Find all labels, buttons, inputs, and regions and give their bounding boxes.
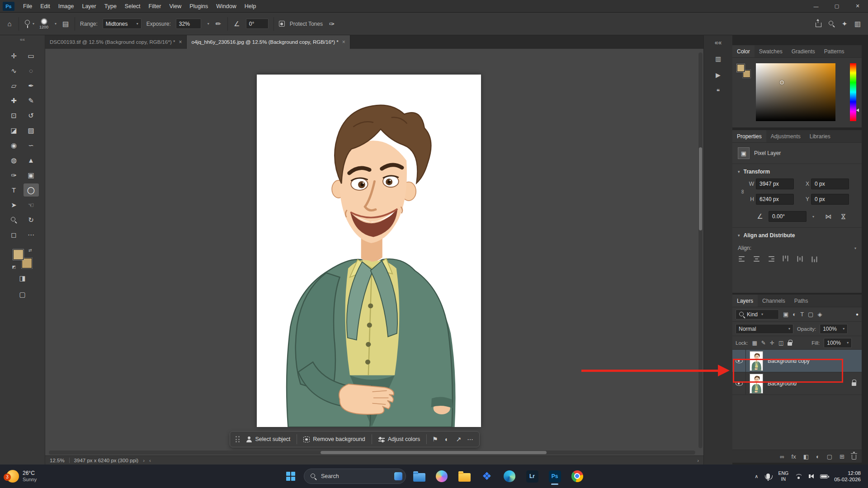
status-next-icon[interactable]: › <box>143 458 145 463</box>
type-tool[interactable]: T <box>6 183 22 197</box>
horizontal-scrollbar[interactable] <box>49 450 695 455</box>
more-options-icon[interactable]: ⋯ <box>467 436 474 443</box>
gradient-tool[interactable]: ▨ <box>24 124 39 137</box>
menu-layer[interactable]: Layer <box>78 0 100 13</box>
align-bottom-icon[interactable] <box>811 256 818 263</box>
pressure-icon[interactable]: ✑ <box>328 20 336 28</box>
align-right-icon[interactable] <box>768 256 774 262</box>
comments-panel-icon[interactable]: ❝ <box>717 88 720 95</box>
layer-thumbnail[interactable] <box>750 374 763 394</box>
adjust-colors-button[interactable]: Adjust colors <box>377 431 422 447</box>
document-tab-active[interactable]: o4jq_hh6y_230516.jpg @ 12.5% (Background… <box>187 35 350 49</box>
current-tool-preset[interactable]: ▾ <box>24 20 34 28</box>
canvas-area[interactable]: Select subject Remove background Adjust … <box>45 49 703 455</box>
taskbar-copilot[interactable] <box>432 467 451 486</box>
taskbar-folder[interactable] <box>455 467 474 486</box>
blend-mode-select[interactable]: Normal ▾ <box>736 324 793 334</box>
zoom-level[interactable]: 12.5% <box>50 458 65 463</box>
layer-effects-icon[interactable]: fx <box>792 453 796 460</box>
language-switcher[interactable]: ENG IN <box>778 470 788 482</box>
adjustment-action-icon[interactable]: ◐ <box>443 436 450 443</box>
tab-gradients[interactable]: Gradients <box>787 45 820 57</box>
volume-icon[interactable] <box>808 474 814 479</box>
new-layer-icon[interactable]: ⊞ <box>840 453 844 460</box>
layer-name[interactable]: Background <box>768 380 797 387</box>
crop-tool[interactable]: ▱ <box>6 79 22 92</box>
chevron-down-icon[interactable]: ▾ <box>208 22 209 26</box>
document-artboard[interactable] <box>257 75 481 427</box>
more-tools-button[interactable]: ⋯ <box>24 228 39 241</box>
close-tab-icon[interactable]: × <box>342 39 345 45</box>
layer-row-background[interactable]: Background <box>732 372 862 395</box>
path-selection-tool[interactable]: ➤ <box>6 198 22 211</box>
eraser-tool[interactable]: ◪ <box>6 124 22 137</box>
chevron-down-icon[interactable]: ▾ <box>854 246 856 250</box>
layer-visibility-toggle[interactable] <box>732 372 746 394</box>
taskbar-chrome[interactable] <box>568 467 587 486</box>
discover-icon[interactable]: ✦ <box>840 20 849 28</box>
history-brush-tool[interactable]: ↺ <box>24 109 39 122</box>
filter-toggle-icon[interactable]: ● <box>856 312 859 317</box>
rotate-view-tool[interactable]: ↻ <box>24 213 39 226</box>
taskbar-lightroom[interactable]: Lr <box>523 467 542 486</box>
blur-tool[interactable]: ◉ <box>6 139 22 152</box>
taskbar-dropbox[interactable]: ❖ <box>477 467 496 486</box>
move-tool[interactable]: ✛ <box>6 49 22 62</box>
y-input[interactable]: 0 px <box>811 194 849 205</box>
start-button[interactable] <box>281 467 300 486</box>
scrollbar-thumb[interactable] <box>699 147 702 230</box>
zoom-tool[interactable] <box>6 213 22 226</box>
filter-type-layers-icon[interactable]: T <box>800 311 804 318</box>
document-tab-inactive[interactable]: DSC00193.tif @ 12.5% (Background copy, R… <box>45 35 187 49</box>
history-panel-icon[interactable]: ▥ <box>715 55 721 62</box>
artboard-tool[interactable]: ◻ <box>6 228 22 241</box>
menu-image[interactable]: Image <box>54 0 78 13</box>
quick-mask-button[interactable]: ◨ <box>15 272 30 285</box>
tab-layers[interactable]: Layers <box>732 295 758 307</box>
layer-name[interactable]: Background copy <box>768 358 810 364</box>
menu-view[interactable]: View <box>165 0 185 13</box>
menu-edit[interactable]: Edit <box>36 0 54 13</box>
align-vertical-center-icon[interactable] <box>797 256 803 263</box>
collapse-panels-icon[interactable]: «« <box>715 39 722 46</box>
tab-adjustments[interactable]: Adjustments <box>766 130 805 142</box>
brush-size-picker[interactable]: 1200 <box>39 18 48 29</box>
tab-properties[interactable]: Properties <box>732 130 766 142</box>
hidden-icons-chevron[interactable]: ∧ <box>755 474 758 479</box>
saturation-brightness-field[interactable] <box>756 63 835 121</box>
hue-marker[interactable] <box>854 108 859 112</box>
chevron-down-icon[interactable]: ▾ <box>55 22 57 26</box>
protect-tones-label[interactable]: Protect Tones <box>290 21 323 27</box>
wifi-icon[interactable] <box>795 474 802 479</box>
add-layer-mask-icon[interactable]: ◧ <box>803 453 809 460</box>
brush-angle-input[interactable]: 0° <box>246 19 269 29</box>
fill-input[interactable]: 100% ▾ <box>824 338 852 348</box>
menu-type[interactable]: Type <box>100 0 121 13</box>
smudge-tool[interactable]: ∽ <box>24 139 39 152</box>
pen-tool[interactable]: ✑ <box>6 169 22 182</box>
close-tab-icon[interactable]: × <box>179 39 182 45</box>
select-subject-button[interactable]: Select subject <box>244 431 292 447</box>
close-button[interactable]: ✕ <box>847 0 868 13</box>
layer-row-background-copy[interactable]: Background copy <box>732 350 862 372</box>
flip-horizontal-icon[interactable]: ⋈ <box>825 213 831 220</box>
remove-background-button[interactable]: Remove background <box>302 431 367 447</box>
tab-swatches[interactable]: Swatches <box>755 45 787 57</box>
layer-visibility-toggle[interactable] <box>732 350 746 372</box>
filter-smart-objects-icon[interactable]: ◈ <box>817 311 822 318</box>
brush-tool[interactable]: ✎ <box>24 94 39 107</box>
lock-position-icon[interactable]: ✛ <box>770 340 774 346</box>
minimize-button[interactable]: — <box>806 0 826 13</box>
battery-icon[interactable] <box>820 474 828 479</box>
align-section-header[interactable]: ▾ Align and Distribute <box>732 228 862 241</box>
tab-color[interactable]: Color <box>732 45 755 57</box>
clone-stamp-tool[interactable]: ⊡ <box>6 109 22 122</box>
exposure-input[interactable]: 32% <box>176 19 201 29</box>
filter-kind-select[interactable]: Kind ▾ <box>736 310 779 319</box>
menu-file[interactable]: File <box>19 0 36 13</box>
lasso-tool[interactable]: ∿ <box>6 64 22 77</box>
screen-mode-button[interactable]: ▢ <box>15 288 30 301</box>
sponge-tool[interactable]: ◍ <box>6 154 22 167</box>
opacity-input[interactable]: 100% ▾ <box>820 324 848 334</box>
link-dimensions-icon[interactable]: ∞ <box>740 186 746 197</box>
